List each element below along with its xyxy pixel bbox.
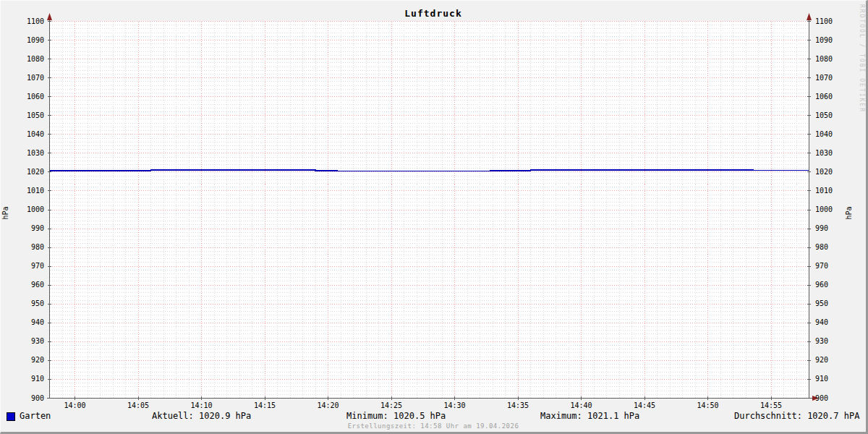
y-tick-label: 940 [815, 318, 844, 327]
x-tick-label: 14:40 [560, 401, 603, 410]
y-tick-label: 990 [815, 224, 844, 233]
stat-durchschnitt: Durchschnitt: 1020.7 hPA [734, 411, 859, 421]
y-tick-label: 930 [815, 337, 844, 346]
y-axis-unit-right: hPa [845, 206, 853, 219]
y-tick-label: 920 [815, 356, 844, 365]
y-tick-label: 1060 [815, 93, 844, 101]
y-tick-label: 970 [17, 262, 44, 271]
y-tick-label: 910 [815, 375, 844, 383]
y-tick-label: 1030 [17, 149, 44, 158]
y-tick-label: 1080 [815, 55, 844, 64]
y-tick-label: 960 [17, 281, 44, 289]
y-tick-label: 960 [815, 281, 844, 289]
x-tick-label: 14:35 [496, 401, 540, 410]
rrdtool-graph: Luftdruck RRDTOOL / TOBI OETIKER hPa hPa… [0, 0, 868, 434]
y-tick-label: 990 [17, 224, 44, 233]
y-tick-label: 1100 [17, 17, 44, 26]
y-axis-unit-left: hPa [1, 206, 9, 219]
y-tick-label: 1080 [17, 55, 44, 64]
y-tick-label: 900 [815, 394, 844, 403]
legend-series-label: Garten [20, 411, 51, 421]
x-tick-label: 14:15 [243, 401, 286, 410]
y-tick-label: 1030 [815, 149, 844, 158]
y-tick-label: 1090 [815, 36, 844, 45]
y-tick-label: 1010 [815, 187, 844, 195]
y-tick-label: 1000 [17, 205, 44, 214]
y-tick-label: 1020 [815, 168, 844, 176]
y-tick-label: 1070 [815, 74, 844, 82]
y-tick-label: 1060 [17, 93, 44, 101]
x-tick-label: 14:50 [686, 401, 730, 410]
chart-title: Luftdruck [1, 8, 866, 19]
y-tick-label: 910 [17, 375, 44, 383]
legend-swatch-garten [7, 412, 15, 421]
stat-aktuell: Aktuell: 1020.9 hPa [152, 411, 251, 421]
x-tick-label: 14:00 [54, 401, 97, 410]
creation-timestamp: Erstellungszeit: 14:58 Uhr am 19.04.2026 [1, 422, 866, 430]
y-tick-label: 920 [17, 356, 44, 365]
x-tick-label: 14:05 [116, 401, 160, 410]
y-tick-label: 1100 [815, 17, 844, 26]
y-tick-label: 940 [17, 318, 44, 327]
y-tick-label: 950 [17, 299, 44, 308]
y-tick-label: 980 [17, 243, 44, 252]
y-tick-label: 1040 [815, 130, 844, 139]
x-tick-label: 14:30 [433, 401, 477, 410]
x-tick-label: 14:20 [307, 401, 350, 410]
plot-area [1, 1, 868, 434]
y-tick-label: 930 [17, 337, 44, 346]
rrdtool-watermark: RRDTOOL / TOBI OETIKER [859, 4, 865, 113]
y-tick-label: 1010 [17, 187, 44, 195]
x-tick-label: 14:45 [623, 401, 666, 410]
y-tick-label: 1090 [17, 36, 44, 45]
x-tick-label: 14:55 [749, 401, 793, 410]
y-tick-label: 900 [17, 394, 44, 403]
stat-maximum: Maximum: 1021.1 hPa [540, 411, 639, 421]
y-tick-label: 1040 [17, 130, 44, 139]
y-tick-label: 950 [815, 299, 844, 308]
stat-minimum: Minimum: 1020.5 hPa [346, 411, 446, 421]
y-tick-label: 980 [815, 243, 844, 252]
y-tick-label: 1070 [17, 74, 44, 82]
x-tick-label: 14:10 [180, 401, 224, 410]
y-tick-label: 1020 [17, 168, 44, 176]
y-tick-label: 970 [815, 262, 844, 271]
x-tick-label: 14:25 [370, 401, 413, 410]
y-tick-label: 1000 [815, 205, 844, 214]
y-tick-label: 1050 [815, 111, 844, 120]
y-tick-label: 1050 [17, 111, 44, 120]
